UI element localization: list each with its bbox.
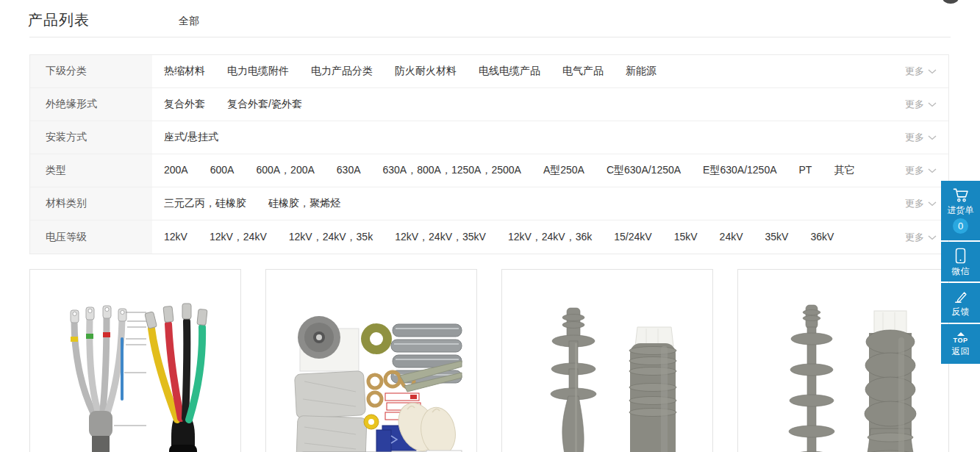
chevron-down-icon [928, 102, 937, 107]
filter-row: 电压等级12kV12kV，24kV12kV，24kV，35k12kV，24kV，… [30, 220, 948, 254]
filter-option[interactable]: C型630A/1250A [607, 164, 681, 176]
cut-off-circle-icon [943, 0, 959, 4]
cold-shrink-termination-pair-b-image [738, 270, 948, 452]
filter-option[interactable]: 座式/悬挂式 [164, 131, 218, 143]
filter-option[interactable]: 200A [164, 164, 188, 176]
chevron-down-icon [928, 201, 937, 207]
more-label: 更多 [905, 197, 924, 210]
filter-option[interactable]: 15/24kV [614, 231, 651, 243]
more-button[interactable]: 更多 [891, 131, 948, 144]
filter-row-label: 材料类别 [30, 187, 152, 220]
filter-options: 热缩材料电力电缆附件电力产品分类防火耐火材料电线电缆产品电气产品新能源 [152, 65, 891, 78]
filter-option[interactable]: 复合外套 [164, 98, 205, 110]
filter-option[interactable]: 630A，800A，1250A，2500A [383, 164, 521, 176]
filter-row: 下级分类热缩材料电力电缆附件电力产品分类防火耐火材料电线电缆产品电气产品新能源更… [30, 55, 948, 88]
filter-row-label: 电压等级 [30, 220, 152, 254]
filter-option[interactable]: 630A [337, 164, 361, 176]
filter-options: 200A600A600A，200A630A630A，800A，1250A，250… [152, 164, 891, 177]
header-divider [29, 37, 951, 37]
sidebar-item-label: 反馈 [952, 307, 970, 316]
product-card[interactable] [501, 269, 713, 452]
phone-icon [955, 248, 966, 264]
filter-option[interactable]: 防火耐火材料 [395, 65, 457, 76]
filter-option[interactable]: 电气产品 [562, 65, 604, 76]
filter-row-label: 类型 [30, 154, 152, 187]
more-label: 更多 [905, 231, 924, 244]
filter-options: 复合外套复合外套/瓷外套 [152, 98, 891, 111]
more-label: 更多 [905, 164, 924, 177]
product-card[interactable] [29, 269, 241, 452]
chevron-down-icon [928, 135, 937, 140]
pencil-icon [954, 290, 968, 304]
filter-option[interactable]: A型250A [543, 164, 584, 176]
filter-option[interactable]: 新能源 [626, 65, 657, 76]
filter-row: 类型200A600A600A，200A630A630A，800A，1250A，2… [30, 154, 948, 187]
more-button[interactable]: 更多 [891, 98, 948, 111]
more-label: 更多 [905, 131, 924, 144]
filter-option[interactable]: 600A，200A [256, 164, 314, 176]
filter-row-label: 下级分类 [30, 55, 152, 87]
filter-option[interactable]: 其它 [834, 164, 854, 176]
product-card-list [29, 269, 949, 452]
filter-option[interactable]: 600A [210, 164, 235, 176]
filter-option[interactable]: PT [799, 164, 812, 176]
chevron-down-icon [928, 235, 937, 240]
filter-option[interactable]: 12kV，24kV，35kV [395, 231, 486, 243]
filter-row: 材料类别三元乙丙，硅橡胶硅橡胶，聚烯烃更多 [30, 187, 948, 220]
more-button[interactable]: 更多 [891, 231, 948, 244]
cold-shrink-kit-image [266, 270, 476, 452]
filter-option[interactable]: 12kV [164, 231, 187, 243]
filter-option[interactable]: 12kV，24kV [210, 231, 267, 243]
filter-row-label: 安装方式 [30, 121, 152, 154]
sidebar-item-feedback[interactable]: 反馈 [941, 283, 980, 323]
filter-options: 12kV12kV，24kV12kV，24kV，35k12kV，24kV，35kV… [152, 231, 891, 244]
filter-row: 外绝缘形式复合外套复合外套/瓷外套更多 [30, 88, 948, 121]
chevron-down-icon [928, 69, 937, 74]
filter-option[interactable]: 硅橡胶，聚烯烃 [268, 197, 340, 209]
sidebar-item-label: 进货单 [948, 206, 974, 215]
filter-option[interactable]: 15kV [674, 231, 698, 243]
filter-option[interactable]: 电力产品分类 [311, 65, 373, 76]
more-label: 更多 [905, 65, 924, 78]
filter-option[interactable]: 24kV [720, 231, 743, 243]
filter-option[interactable]: 12kV，24kV，36k [508, 231, 592, 243]
filter-option[interactable]: 电力电缆附件 [227, 65, 289, 76]
cart-icon [952, 187, 970, 203]
more-button[interactable]: 更多 [891, 197, 948, 210]
filter-option[interactable]: 电线电缆产品 [479, 65, 540, 76]
filter-option[interactable]: 三元乙丙，硅橡胶 [164, 197, 246, 209]
more-button[interactable]: 更多 [891, 164, 948, 177]
more-button[interactable]: 更多 [891, 65, 948, 78]
cart-count-badge: 0 [953, 218, 968, 234]
sidebar-item-label: 微信 [952, 267, 970, 276]
filter-option[interactable]: E型630A/1250A [703, 164, 776, 176]
filter-option[interactable]: 复合外套/瓷外套 [227, 98, 302, 110]
top-icon: TOP [954, 332, 968, 344]
page-title: 产品列表 [28, 10, 90, 30]
filter-row: 安装方式座式/悬挂式更多 [30, 121, 948, 154]
filter-option[interactable]: 12kV，24kV，35k [289, 231, 373, 243]
top-icon-text: TOP [954, 337, 968, 344]
chevron-down-icon [928, 168, 937, 173]
more-label: 更多 [905, 98, 924, 111]
cold-shrink-termination-pair-a-image [502, 270, 712, 452]
sidebar-item-label: 返回 [952, 347, 970, 356]
filter-option[interactable]: 35kV [765, 231, 789, 243]
filter-row-label: 外绝缘形式 [30, 88, 152, 121]
filter-option[interactable]: 36kV [810, 231, 834, 243]
tab-all[interactable]: 全部 [179, 15, 199, 28]
sidebar-item-wechat[interactable]: 微信 [941, 242, 980, 281]
filter-option[interactable]: 热缩材料 [164, 65, 205, 76]
sidebar-item-cart[interactable]: 进货单0 [941, 181, 980, 240]
floating-sidebar: 进货单0微信反馈TOP返回 [941, 181, 980, 365]
sidebar-item-back-top[interactable]: TOP返回 [941, 324, 980, 364]
product-card[interactable] [265, 269, 477, 452]
product-card[interactable] [737, 269, 949, 452]
cable-termination-diagram-image [30, 270, 240, 452]
filter-table: 下级分类热缩材料电力电缆附件电力产品分类防火耐火材料电线电缆产品电气产品新能源更… [29, 54, 949, 254]
filter-options: 三元乙丙，硅橡胶硅橡胶，聚烯烃 [152, 197, 891, 210]
filter-options: 座式/悬挂式 [152, 131, 891, 144]
